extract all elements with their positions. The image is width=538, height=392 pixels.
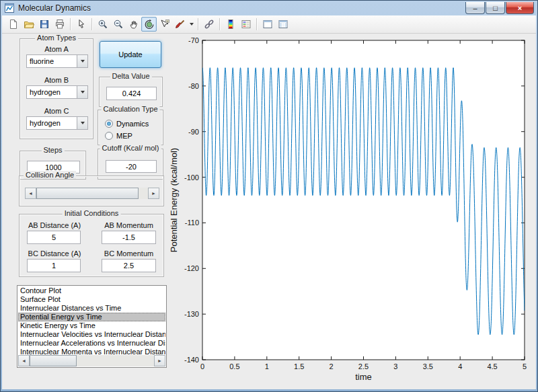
atom-c-dropdown[interactable]: hydrogen (26, 116, 88, 130)
print-figure-icon[interactable] (52, 17, 67, 32)
hide-plot-tools-icon[interactable] (260, 17, 275, 32)
delta-value-panel: Delta Value 0.424 (99, 77, 163, 107)
close-button[interactable]: × (506, 2, 534, 14)
atom-a-value: fluorine (27, 55, 77, 67)
x-tick-label: 3.5 (423, 362, 433, 370)
app-window: Molecular Dynamics – □ × Atom Types Atom… (0, 0, 538, 392)
data-cursor-icon[interactable] (157, 17, 172, 32)
pan-icon[interactable] (126, 17, 141, 32)
listbox-horizontal-scrollbar[interactable]: ◄ ► (18, 355, 165, 366)
list-item[interactable]: Contour Plot (18, 286, 165, 295)
list-item[interactable]: Surface Plot (18, 295, 165, 304)
initial-conditions-title: Initial Conditions (63, 209, 121, 217)
toolbar-separator (256, 18, 257, 30)
edit-plot-icon[interactable] (73, 17, 89, 32)
radio-mep-label: MEP (116, 132, 132, 140)
bc-distance-label: BC Distance (A) (21, 249, 88, 258)
link-plot-icon[interactable] (201, 17, 217, 32)
plot-type-listbox[interactable]: Contour PlotSurface PlotInternuclear Dis… (17, 285, 167, 368)
slider-right-arrow[interactable]: ► (148, 188, 159, 199)
y-axis-label: Potential Energy (kcal/mol) (169, 148, 179, 252)
y-tick-label: -70 (188, 36, 199, 44)
atom-a-label: Atom A (20, 45, 93, 53)
figure-canvas: Atom Types Atom A fluorine Atom B hydrog… (2, 34, 536, 389)
ab-distance-label: AB Distance (A) (21, 221, 88, 229)
toolbar-separator (198, 18, 198, 30)
brush-icon[interactable] (172, 17, 188, 32)
radio-mep[interactable]: MEP (105, 131, 132, 141)
zoom-in-icon[interactable] (95, 17, 110, 32)
x-tick-label: 0.5 (229, 362, 239, 370)
atom-a-dropdown[interactable]: fluorine (26, 54, 88, 68)
chevron-down-icon (81, 60, 85, 63)
delta-value-title: Delta Value (110, 72, 151, 80)
window-title: Molecular Dynamics (18, 3, 91, 13)
save-figure-icon[interactable] (36, 17, 52, 32)
atom-b-dropdown-button[interactable] (77, 86, 87, 98)
atom-c-dropdown-button[interactable] (77, 117, 87, 129)
radio-dynamics[interactable]: Dynamics (105, 119, 149, 128)
window-controls: – □ × (465, 2, 534, 14)
new-figure-icon[interactable] (5, 17, 21, 32)
y-tick-label: -80 (188, 82, 199, 90)
calculation-type-title: Calculation Type (101, 105, 159, 113)
atom-b-value: hydrogen (27, 86, 77, 98)
insert-colorbar-icon[interactable] (223, 17, 238, 32)
scrollbar-thumb[interactable] (30, 355, 77, 366)
chevron-down-icon (81, 122, 85, 124)
list-item[interactable]: Potential Energy vs Time (18, 313, 165, 321)
potential-energy-plot[interactable]: -70-80-90-100-110-120-130-14000.511.522.… (163, 34, 536, 389)
update-button[interactable]: Update (100, 41, 161, 68)
scrollbar-left-arrow[interactable]: ◄ (18, 355, 30, 366)
steps-title: Steps (41, 146, 64, 154)
x-tick-label: 5 (523, 362, 527, 370)
radio-dynamics-label: Dynamics (116, 120, 149, 128)
atom-b-dropdown[interactable]: hydrogen (26, 85, 88, 99)
atom-types-title: Atom Types (35, 34, 78, 42)
collision-angle-slider[interactable]: ◄ ► (25, 188, 159, 199)
toolbar-separator (219, 18, 220, 30)
show-plot-tools-icon[interactable] (275, 17, 291, 32)
titlebar[interactable]: Molecular Dynamics – □ × (2, 1, 536, 15)
list-item[interactable]: Internuclear Accelerations vs Internucle… (18, 339, 165, 348)
bc-distance-field[interactable]: 1 (27, 259, 81, 272)
y-tick-label: -100 (184, 173, 199, 182)
initial-conditions-panel: Initial Conditions AB Distance (A) AB Mo… (19, 214, 164, 277)
atom-c-label: Atom C (20, 107, 93, 115)
x-axis-label: time (355, 372, 372, 382)
figure-toolbar (2, 15, 536, 34)
toolbar-separator (91, 18, 92, 30)
atom-b-label: Atom B (20, 76, 93, 84)
delta-value-field[interactable]: 0.424 (106, 87, 157, 100)
maximize-button[interactable]: □ (486, 2, 505, 14)
rotate-3d-icon[interactable] (141, 17, 157, 32)
list-item[interactable]: Kinetic Energy vs Time (18, 321, 165, 330)
x-tick-label: 4.5 (487, 362, 497, 370)
x-tick-label: 0 (200, 362, 204, 370)
bc-momentum-field[interactable]: 2.5 (102, 259, 156, 272)
atom-a-dropdown-button[interactable] (77, 55, 87, 67)
list-item[interactable]: Internuclear Distances vs Time (18, 304, 165, 313)
x-tick-label: 3 (393, 362, 397, 370)
list-item[interactable]: Internuclear Velocities vs Internuclear … (18, 330, 165, 339)
calculation-type-panel: Calculation Type Dynamics MEP (98, 110, 163, 145)
ab-distance-field[interactable]: 5 (27, 231, 81, 244)
ab-momentum-field[interactable]: -1.5 (102, 231, 156, 244)
bc-momentum-label: BC Momentum (97, 249, 161, 258)
open-file-icon[interactable] (21, 17, 36, 32)
slider-thumb[interactable] (36, 188, 139, 199)
y-tick-label: -120 (184, 264, 199, 272)
x-tick-label: 1.5 (294, 362, 304, 370)
insert-legend-icon[interactable] (238, 17, 254, 32)
minimize-button[interactable]: – (465, 2, 485, 14)
zoom-out-icon[interactable] (110, 17, 126, 32)
slider-left-arrow[interactable]: ◄ (25, 188, 36, 199)
x-tick-label: 2.5 (358, 362, 369, 370)
collision-angle-title: Collision Angle (24, 171, 76, 179)
cutoff-field[interactable]: -20 (106, 160, 157, 173)
y-tick-label: -130 (184, 310, 199, 318)
brush-dropdown-arrow[interactable] (188, 17, 195, 32)
y-tick-label: -90 (188, 128, 199, 136)
radio-button-icon (105, 120, 113, 128)
cutoff-title: Cutoff (Kcal/ mol) (100, 144, 161, 152)
